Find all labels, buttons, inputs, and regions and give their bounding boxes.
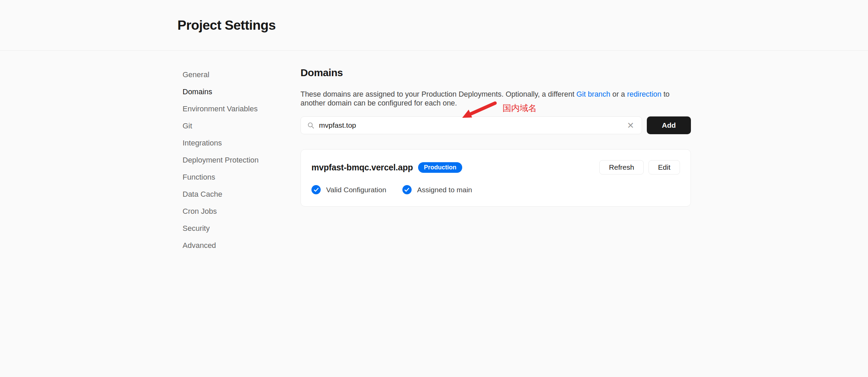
sidebar-list: GeneralDomainsEnvironment VariablesGitIn… (183, 71, 285, 249)
page-header: Project Settings (0, 0, 868, 51)
edit-button[interactable]: Edit (649, 160, 680, 174)
domain-search-row: mvpfast.top ✕ Add (301, 116, 691, 134)
check-circle-icon (402, 185, 412, 194)
sidebar-item-advanced[interactable]: Advanced (183, 241, 285, 249)
description-text: These domains are assigned to your Produ… (301, 90, 576, 98)
domain-actions: Refresh Edit (599, 160, 680, 174)
domain-name: mvpfast-bmqc.vercel.app (311, 163, 413, 172)
refresh-button[interactable]: Refresh (599, 160, 644, 174)
status-label: Valid Configuration (326, 186, 386, 194)
sidebar-item-general[interactable]: General (183, 71, 285, 79)
sidebar-item-functions[interactable]: Functions (183, 173, 285, 181)
page-title: Project Settings (177, 18, 276, 33)
sidebar-item-domains[interactable]: Domains (183, 88, 285, 96)
main-panel: Domains These domains are assigned to yo… (301, 51, 691, 259)
sidebar-item-deployment-protection[interactable]: Deployment Protection (183, 156, 285, 164)
search-input-value[interactable]: mvpfast.top (319, 121, 621, 129)
sidebar-item-cron-jobs[interactable]: Cron Jobs (183, 207, 285, 215)
add-domain-button[interactable]: Add (647, 116, 691, 134)
clear-search-icon[interactable]: ✕ (626, 121, 636, 130)
sidebar-item-integrations[interactable]: Integrations (183, 139, 285, 147)
section-heading: Domains (301, 67, 691, 79)
section-description: These domains are assigned to your Produ… (301, 90, 687, 108)
production-badge: Production (418, 162, 462, 173)
status-item: Valid Configuration (311, 185, 386, 194)
description-text: or a (610, 90, 627, 98)
domain-search-input[interactable]: mvpfast.top ✕ (301, 116, 642, 134)
settings-sidebar: GeneralDomainsEnvironment VariablesGitIn… (183, 51, 285, 259)
check-circle-icon (311, 185, 321, 194)
status-label: Assigned to main (417, 186, 472, 194)
git-branch-link[interactable]: Git branch (576, 90, 610, 98)
status-item: Assigned to main (402, 185, 472, 194)
redirection-link[interactable]: redirection (627, 90, 661, 98)
sidebar-item-environment-variables[interactable]: Environment Variables (183, 105, 285, 113)
content-area: GeneralDomainsEnvironment VariablesGitIn… (0, 51, 868, 259)
domain-info: mvpfast-bmqc.vercel.app Production (311, 162, 462, 173)
sidebar-item-git[interactable]: Git (183, 122, 285, 130)
domain-status-row: Valid ConfigurationAssigned to main (311, 185, 680, 194)
domain-card: mvpfast-bmqc.vercel.app Production Refre… (301, 149, 691, 207)
sidebar-item-security[interactable]: Security (183, 224, 285, 232)
domain-card-header: mvpfast-bmqc.vercel.app Production Refre… (311, 160, 680, 174)
sidebar-item-data-cache[interactable]: Data Cache (183, 190, 285, 198)
search-icon (307, 122, 315, 129)
